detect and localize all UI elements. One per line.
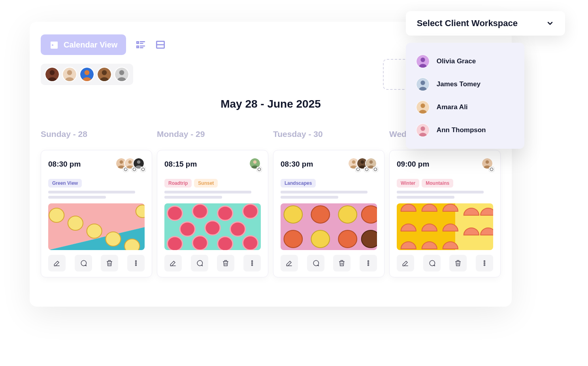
delete-button[interactable] [217,255,234,271]
svg-point-7 [420,127,425,131]
post-time: 08:30 pm [48,160,81,169]
post-text-placeholder [48,191,145,199]
tag: Sunset [194,179,218,188]
comment-button[interactable] [75,255,92,271]
svg-point-44 [124,239,139,250]
chevron-down-icon [546,19,554,27]
collaborator-avatar[interactable] [45,67,60,82]
comment-button[interactable] [307,255,324,271]
platform-badge-icon [489,167,494,172]
workspace-option-label: Amara Ali [437,103,468,111]
svg-point-43 [106,232,121,246]
collaborator-avatar[interactable] [114,67,129,82]
platform-badge-icon [140,167,146,172]
calendar-view-button[interactable]: Calendar View [41,34,126,55]
workspace-option[interactable]: Olivia Grace [416,50,514,73]
post-actions [281,255,377,271]
post-actions [48,255,145,271]
more-button[interactable] [243,255,261,271]
svg-point-48 [135,265,136,266]
delete-button[interactable] [449,255,467,271]
more-button[interactable] [127,255,145,271]
workspace-option[interactable]: Ann Thompson [416,119,514,142]
workspace-option-label: James Tomey [437,80,481,88]
edit-button[interactable] [48,255,66,271]
split-view-icon[interactable] [155,40,166,50]
svg-point-28 [119,70,124,75]
comment-button[interactable] [191,255,208,271]
collaborator-avatar[interactable] [79,67,94,82]
post-tags: Winter Mountains [397,179,493,188]
post-time: 08:30 pm [281,160,313,169]
workspace-option[interactable]: James Tomey [416,73,514,96]
edit-button[interactable] [397,255,414,271]
svg-point-24 [85,70,90,75]
collaborator-avatar[interactable] [97,67,112,82]
svg-point-61 [192,236,207,250]
post-card[interactable]: 08:30 pm Green View [41,150,152,277]
svg-point-50 [253,160,257,164]
avatar [416,78,430,91]
svg-point-53 [167,206,182,220]
svg-point-60 [167,237,182,250]
svg-point-90 [490,168,493,171]
svg-point-74 [369,160,373,164]
svg-point-57 [180,222,195,236]
workspace-option[interactable]: Amara Ali [416,96,514,119]
svg-point-80 [362,206,377,223]
svg-point-77 [284,206,302,223]
svg-point-47 [135,263,136,264]
list-view-icon[interactable] [136,40,146,50]
svg-point-55 [218,206,233,220]
workspace-select-button[interactable]: Select Client Workspace [406,11,565,36]
svg-point-71 [361,160,364,164]
edit-button[interactable] [164,255,182,271]
svg-point-63 [243,236,258,250]
svg-point-84 [362,230,377,248]
svg-point-62 [218,237,233,250]
svg-point-95 [484,265,485,266]
svg-point-42 [87,224,102,238]
day-header: Monday - 29 [157,129,268,139]
svg-point-65 [251,263,253,264]
svg-point-86 [368,263,369,264]
svg-point-26 [102,70,107,75]
svg-point-37 [141,168,145,171]
delete-button[interactable] [333,255,351,271]
comment-button[interactable] [423,255,441,271]
svg-point-82 [311,230,330,248]
svg-point-64 [251,261,253,262]
day-column: Tuesday - 30 08:30 pm Landscapes [273,129,384,277]
svg-point-78 [311,206,330,223]
svg-point-58 [205,221,220,235]
post-time: 08:15 pm [164,160,197,169]
post-thumbnail [281,203,377,250]
post-card[interactable]: 08:15 pm Roadtrip Sunset [157,150,268,277]
post-avatars [351,157,377,171]
more-button[interactable] [360,255,377,271]
workspace-option-label: Olivia Grace [437,57,476,65]
tag: Roadtrip [164,179,192,188]
svg-rect-11 [137,42,139,43]
delete-button[interactable] [101,255,118,271]
day-header: Sunday - 28 [41,129,152,139]
tag: Landscapes [281,179,316,188]
post-card[interactable]: 09:00 pm Winter Mountains [389,150,501,277]
collaborator-avatar[interactable] [62,67,77,82]
more-button[interactable] [476,255,493,271]
post-time: 09:00 pm [397,160,429,169]
post-thumbnail [48,203,145,250]
svg-point-94 [484,263,485,264]
post-card[interactable]: 08:30 pm Landscapes [273,150,384,277]
post-text-placeholder [397,191,493,199]
calendar-view-label: Calendar View [64,40,117,49]
svg-point-20 [50,70,55,75]
post-thumbnail [164,203,261,250]
calendar-columns: Sunday - 28 08:30 pm Green View [41,129,501,277]
post-avatars [252,157,261,171]
svg-point-1 [420,58,425,62]
edit-button[interactable] [281,255,298,271]
collaborator-list [41,64,133,85]
day-column: Sunday - 28 08:30 pm Green View [41,129,152,277]
svg-point-89 [486,160,489,164]
